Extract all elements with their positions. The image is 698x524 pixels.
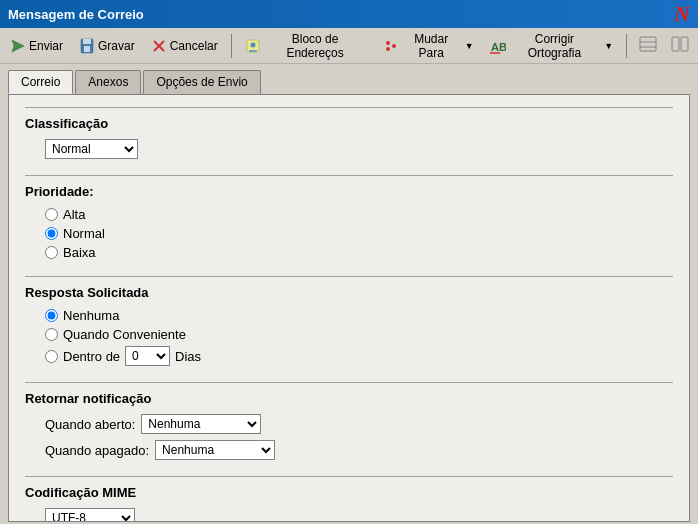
resposta-dias-dropdown[interactable]: 0123571430 <box>125 346 170 366</box>
resposta-dias-label: Dias <box>175 349 201 364</box>
divider-prioridade <box>25 175 673 176</box>
quando-apagado-dropdown[interactable]: NenhumaSimAutomático <box>155 440 275 460</box>
prioridade-alta-radio[interactable] <box>45 208 58 221</box>
save-button[interactable]: Gravar <box>73 35 141 57</box>
svg-text:AB: AB <box>491 41 506 53</box>
svg-marker-0 <box>12 40 24 52</box>
resposta-dentro-radio[interactable] <box>45 350 58 363</box>
tabs-container: Correio Anexos Opções de Envio <box>0 64 698 94</box>
svg-rect-2 <box>83 39 91 44</box>
svg-point-11 <box>392 44 396 48</box>
window-title: Mensagem de Correio <box>8 7 144 22</box>
divider-classificacao <box>25 107 673 108</box>
content-area: Classificação Normal Confidencial Privad… <box>8 94 690 522</box>
resposta-nenhuma-radio[interactable] <box>45 309 58 322</box>
svg-rect-18 <box>681 37 688 51</box>
app-logo: N <box>674 1 690 27</box>
divider-notificacao <box>25 382 673 383</box>
spellcheck-icon: AB <box>490 38 506 54</box>
view2-icon <box>671 36 689 55</box>
move-to-label: Mudar Para <box>402 32 461 60</box>
divider-codificacao <box>25 476 673 477</box>
spell-check-label: Corrigir Ortografia <box>509 32 600 60</box>
prioridade-alta-label: Alta <box>63 207 85 222</box>
resposta-section: Resposta Solicitada Nenhuma Quando Conve… <box>25 276 673 366</box>
cancel-icon <box>151 38 167 54</box>
quando-aberto-row: Quando aberto: NenhumaSimAutomático <box>45 414 673 434</box>
classificacao-dropdown[interactable]: Normal Confidencial Privado <box>45 139 138 159</box>
resposta-dentro-label: Dentro de <box>63 349 120 364</box>
codificacao-title: Codificação MIME <box>25 485 673 500</box>
resposta-conveniente-radio[interactable] <box>45 328 58 341</box>
prioridade-alta-item[interactable]: Alta <box>45 207 673 222</box>
title-bar: Mensagem de Correio N <box>0 0 698 28</box>
cancel-button[interactable]: Cancelar <box>145 35 224 57</box>
svg-point-10 <box>386 47 390 51</box>
resposta-nenhuma-item[interactable]: Nenhuma <box>45 308 673 323</box>
prioridade-section: Prioridade: Alta Normal Baixa <box>25 175 673 260</box>
send-label: Enviar <box>29 39 63 53</box>
address-book-label: Bloco de Endereços <box>264 32 367 60</box>
prioridade-normal-item[interactable]: Normal <box>45 226 673 241</box>
quando-aberto-label: Quando aberto: <box>45 417 135 432</box>
classificacao-section: Classificação Normal Confidencial Privad… <box>25 107 673 159</box>
spellcheck-arrow: ▼ <box>604 41 613 51</box>
svg-rect-3 <box>84 46 90 52</box>
save-label: Gravar <box>98 39 135 53</box>
classificacao-content: Normal Confidencial Privado <box>25 139 673 159</box>
resposta-conveniente-label: Quando Conveniente <box>63 327 186 342</box>
toolbar: Enviar Gravar Cancelar Bloco de Endereço… <box>0 28 698 64</box>
quando-aberto-dropdown[interactable]: NenhumaSimAutomático <box>141 414 261 434</box>
address-book-button[interactable]: Bloco de Endereços <box>239 29 373 63</box>
prioridade-baixa-label: Baixa <box>63 245 96 260</box>
view1-icon <box>639 36 657 55</box>
toolbar-sep-2 <box>626 34 627 58</box>
resposta-dentro-item[interactable]: Dentro de 0123571430 Dias <box>45 346 673 366</box>
toolbar-sep-1 <box>231 34 232 58</box>
codificacao-section: Codificação MIME UTF-8ISO-8859-1US-ASCII <box>25 476 673 522</box>
notificacao-title: Retornar notificação <box>25 391 673 406</box>
prioridade-normal-radio[interactable] <box>45 227 58 240</box>
prioridade-options: Alta Normal Baixa <box>25 207 673 260</box>
svg-point-7 <box>250 42 255 47</box>
quando-apagado-row: Quando apagado: NenhumaSimAutomático <box>45 440 673 460</box>
send-button[interactable]: Enviar <box>4 35 69 57</box>
send-icon <box>10 38 26 54</box>
svg-point-9 <box>386 41 390 45</box>
view1-button[interactable] <box>634 33 662 58</box>
divider-resposta <box>25 276 673 277</box>
notificacao-section: Retornar notificação Quando aberto: Nenh… <box>25 382 673 460</box>
resposta-conveniente-item[interactable]: Quando Conveniente <box>45 327 673 342</box>
resposta-options: Nenhuma Quando Conveniente Dentro de 012… <box>25 308 673 366</box>
resposta-nenhuma-label: Nenhuma <box>63 308 119 323</box>
svg-rect-17 <box>672 37 679 51</box>
save-icon <box>79 38 95 54</box>
prioridade-baixa-item[interactable]: Baixa <box>45 245 673 260</box>
resposta-title: Resposta Solicitada <box>25 285 673 300</box>
tab-anexos[interactable]: Anexos <box>75 70 141 94</box>
tab-correio[interactable]: Correio <box>8 70 73 94</box>
tab-opcoes[interactable]: Opções de Envio <box>143 70 260 94</box>
prioridade-normal-label: Normal <box>63 226 105 241</box>
view2-button[interactable] <box>666 33 694 58</box>
codificacao-dropdown[interactable]: UTF-8ISO-8859-1US-ASCII <box>45 508 135 522</box>
moveto-arrow: ▼ <box>465 41 474 51</box>
quando-apagado-label: Quando apagado: <box>45 443 149 458</box>
spell-check-button[interactable]: AB Corrigir Ortografia ▼ <box>484 29 619 63</box>
classificacao-title: Classificação <box>25 116 673 131</box>
addressbook-icon <box>245 38 261 54</box>
move-to-button[interactable]: Mudar Para ▼ <box>377 29 480 63</box>
svg-rect-14 <box>640 37 656 51</box>
codificacao-content: UTF-8ISO-8859-1US-ASCII <box>25 508 673 522</box>
prioridade-baixa-radio[interactable] <box>45 246 58 259</box>
cancel-label: Cancelar <box>170 39 218 53</box>
notificacao-content: Quando aberto: NenhumaSimAutomático Quan… <box>25 414 673 460</box>
prioridade-title: Prioridade: <box>25 184 673 199</box>
moveto-icon <box>383 38 399 54</box>
